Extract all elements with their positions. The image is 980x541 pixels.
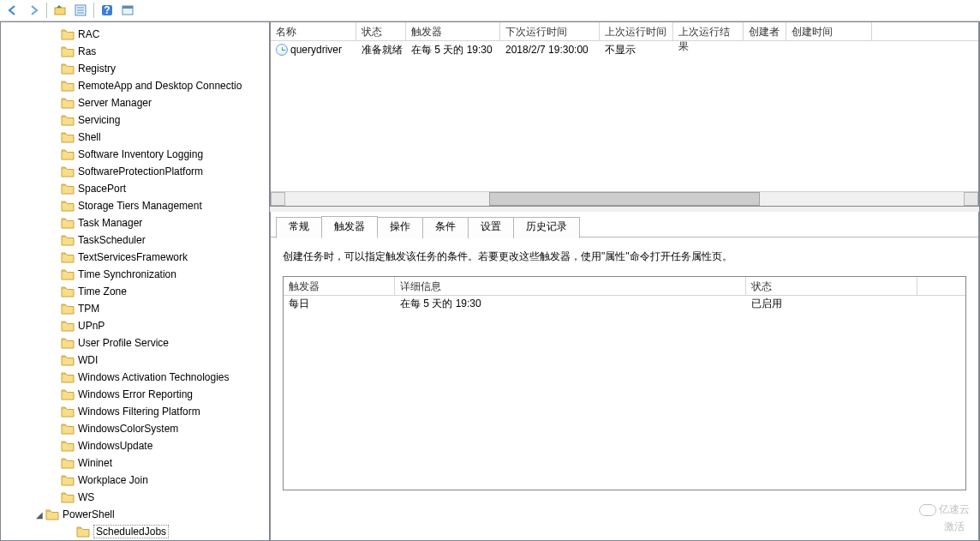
- trigger-row[interactable]: 每日在每 5 天的 19:30已启用: [284, 296, 965, 313]
- tree-view[interactable]: RACRasRegistryRemoteApp and Desktop Conn…: [1, 22, 269, 540]
- tree-item[interactable]: SpacePort: [1, 180, 269, 197]
- tree-item[interactable]: Windows Activation Technologies: [1, 369, 269, 386]
- separator: [93, 3, 94, 18]
- tab-4[interactable]: 设置: [468, 217, 514, 238]
- tree-item[interactable]: TPM: [1, 300, 269, 317]
- tree-item[interactable]: ◢PowerShell: [1, 506, 269, 523]
- tree-item-label: Wininet: [78, 457, 112, 469]
- task-cell: 不显示: [600, 42, 673, 58]
- forward-arrow-icon[interactable]: [24, 1, 43, 20]
- task-cell: [673, 49, 744, 51]
- tree-item[interactable]: Registry: [1, 60, 269, 77]
- logo-text: 亿速云: [939, 502, 970, 517]
- trigger-cell: 已启用: [746, 296, 917, 313]
- tree-item-label: Servicing: [78, 114, 120, 126]
- horizontal-scrollbar[interactable]: [271, 191, 978, 206]
- pane-icon[interactable]: [118, 1, 137, 20]
- tree-item-label: WindowsColorSystem: [78, 423, 178, 435]
- properties-icon[interactable]: [71, 1, 90, 20]
- tree-item-label: UPnP: [78, 320, 105, 332]
- trigger-table: 触发器详细信息状态 每日在每 5 天的 19:30已启用: [283, 276, 966, 490]
- tree-item[interactable]: UPnP: [1, 317, 269, 334]
- svg-rect-0: [55, 8, 65, 15]
- tree-item[interactable]: Wininet: [1, 454, 269, 472]
- tree-item-label: Registry: [78, 63, 116, 75]
- toolbar: ?: [0, 0, 980, 21]
- help-icon[interactable]: ?: [98, 1, 117, 20]
- column-header[interactable]: 触发器: [406, 22, 500, 40]
- tab-3[interactable]: 条件: [422, 217, 469, 238]
- task-cell: querydriver: [271, 43, 356, 57]
- task-icon: [276, 44, 288, 56]
- tree-item[interactable]: SoftwareProtectionPlatform: [1, 163, 269, 180]
- column-header[interactable]: 状态: [746, 277, 917, 295]
- scroll-thumb[interactable]: [489, 192, 761, 206]
- tree-item-label: Time Zone: [78, 286, 127, 298]
- tree-item[interactable]: Servicing: [1, 111, 269, 129]
- tree-item-label: WS: [78, 491, 94, 503]
- tree-item-label: Software Inventory Logging: [78, 148, 203, 160]
- tree-item-label: RAC: [78, 28, 99, 40]
- tree-item[interactable]: Windows Error Reporting: [1, 386, 269, 403]
- tree-item-label: Windows Filtering Platform: [78, 406, 200, 418]
- tree-item[interactable]: Windows Filtering Platform: [1, 403, 269, 420]
- tab-description: 创建任务时，可以指定触发该任务的条件。若要更改这些触发器，使用"属性"命令打开任…: [283, 249, 966, 264]
- column-header[interactable]: 详细信息: [395, 277, 746, 295]
- tree-item[interactable]: WDI: [1, 352, 269, 369]
- back-arrow-icon[interactable]: [3, 1, 22, 20]
- tree-item-label: WindowsUpdate: [78, 440, 152, 452]
- tree-item[interactable]: Time Synchronization: [1, 266, 269, 283]
- tab-5[interactable]: 历史记录: [513, 217, 580, 238]
- tree-item-label: Storage Tiers Management: [78, 200, 202, 212]
- tree-item-label: ScheduledJobs: [93, 525, 169, 538]
- tree-item[interactable]: RemoteApp and Desktop Connectio: [1, 77, 269, 94]
- tree-item[interactable]: User Profile Service: [1, 334, 269, 352]
- svg-text:?: ?: [104, 4, 110, 16]
- scroll-left-button[interactable]: [271, 192, 285, 206]
- tree-item[interactable]: Task Manager: [1, 214, 269, 231]
- tree-item[interactable]: Server Manager: [1, 94, 269, 111]
- column-header[interactable]: 下次运行时间: [500, 22, 600, 40]
- tree-item[interactable]: RAC: [1, 26, 269, 43]
- column-header[interactable]: 状态: [356, 22, 406, 40]
- tab-2[interactable]: 操作: [377, 217, 423, 238]
- tree-item[interactable]: WindowsColorSystem: [1, 420, 269, 437]
- trigger-cell: 在每 5 天的 19:30: [395, 296, 746, 313]
- tab-strip: 常规触发器操作条件设置历史记录: [271, 212, 978, 237]
- task-list: 名称状态触发器下次运行时间上次运行时间上次运行结果创建者创建时间 querydr…: [270, 22, 979, 207]
- folder-up-icon[interactable]: [51, 1, 69, 20]
- tree-item-label: Server Manager: [78, 97, 152, 109]
- column-header[interactable]: 创建时间: [786, 22, 872, 40]
- tree-item[interactable]: Storage Tiers Management: [1, 197, 269, 214]
- task-cell: 2018/2/7 19:30:00: [500, 43, 600, 57]
- tree-item[interactable]: Shell: [1, 129, 269, 146]
- tree-item-label: TPM: [78, 303, 99, 315]
- expander-icon[interactable]: ◢: [33, 510, 45, 520]
- tree-item-label: RemoteApp and Desktop Connectio: [78, 80, 242, 92]
- tree-item[interactable]: ScheduledJobs: [1, 523, 269, 540]
- column-header[interactable]: 上次运行时间: [600, 22, 673, 40]
- tab-1[interactable]: 触发器: [321, 216, 378, 237]
- tree-item-label: Ras: [78, 45, 96, 57]
- column-header[interactable]: 名称: [271, 22, 356, 40]
- task-cell: [744, 49, 786, 51]
- tree-item-label: SoftwareProtectionPlatform: [78, 165, 203, 177]
- tab-0[interactable]: 常规: [276, 217, 322, 238]
- tree-item-label: Windows Error Reporting: [78, 388, 193, 400]
- tree-item[interactable]: Time Zone: [1, 283, 269, 300]
- tree-item[interactable]: WindowsUpdate: [1, 437, 269, 454]
- column-header[interactable]: 创建者: [744, 22, 786, 40]
- tree-item[interactable]: TaskScheduler: [1, 231, 269, 249]
- task-row[interactable]: querydriver准备就绪在每 5 天的 19:302018/2/7 19:…: [271, 41, 978, 58]
- tree-item-label: SpacePort: [78, 183, 126, 195]
- scroll-right-button[interactable]: [964, 192, 978, 206]
- tree-item-label: User Profile Service: [78, 337, 169, 349]
- tree-item[interactable]: Ras: [1, 43, 269, 60]
- task-cell: [786, 49, 872, 51]
- tree-item[interactable]: WS: [1, 489, 269, 506]
- column-header[interactable]: 上次运行结果: [673, 22, 744, 40]
- tree-item[interactable]: Software Inventory Logging: [1, 146, 269, 163]
- column-header[interactable]: 触发器: [284, 277, 395, 295]
- tree-item[interactable]: TextServicesFramework: [1, 249, 269, 266]
- tree-item[interactable]: Workplace Join: [1, 472, 269, 489]
